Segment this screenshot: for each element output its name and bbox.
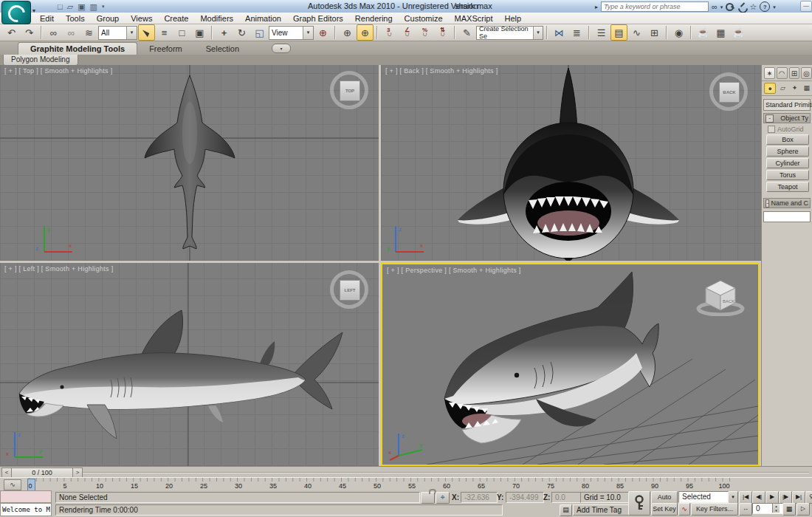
application-menu-button[interactable] (1, 1, 31, 24)
select-object-button[interactable] (138, 24, 155, 41)
menu-animation[interactable]: Animation (239, 13, 287, 24)
absolute-offset-mode-icon[interactable]: ⌖ (436, 492, 450, 504)
object-type-rollout[interactable]: - Object Ty (763, 113, 811, 123)
zoom-region-icon-partial[interactable]: ⚲ (805, 491, 812, 504)
modify-tab-icon[interactable]: ◠ (777, 67, 788, 79)
set-keys-button[interactable] (628, 491, 650, 516)
bind-to-space-warp-icon[interactable]: ≋ (80, 24, 97, 41)
menu-graph-editors[interactable]: Graph Editors (287, 13, 349, 24)
menu-tools[interactable]: Tools (60, 13, 91, 24)
select-and-move-icon[interactable]: + (216, 24, 233, 41)
save-file-icon[interactable]: ▣ (78, 1, 85, 12)
menu-rendering[interactable]: Rendering (349, 13, 399, 24)
edit-named-selection-sets-icon[interactable]: ✎ (458, 24, 475, 41)
use-pivot-point-icon[interactable]: ⊕ (314, 24, 331, 41)
autogrid-checkbox[interactable] (768, 126, 775, 133)
selection-lock-icon[interactable] (421, 492, 435, 504)
menu-modifiers[interactable]: Modifiers (194, 13, 239, 24)
collapse-icon[interactable]: - (765, 114, 774, 123)
maxscript-mini-listener[interactable]: Welcome to M (0, 503, 52, 516)
percent-snap-icon[interactable]: % (422, 27, 427, 39)
name-color-rollout[interactable]: - Name and C (763, 198, 811, 208)
align-icon[interactable]: ≣ (568, 24, 585, 41)
dropdown-caret-icon[interactable]: ▾ (533, 27, 543, 39)
previous-frame-icon[interactable]: ◀| (752, 491, 765, 504)
curve-editor-icon[interactable]: ∿ (628, 24, 645, 41)
cylinder-button[interactable]: Cylinder (766, 158, 809, 168)
graphite-modeling-ribbon-toggle-icon[interactable]: ▤ (610, 24, 627, 41)
undo-icon[interactable]: ↶ (3, 24, 20, 41)
communication-center-icon[interactable] (737, 2, 746, 11)
search-icon[interactable]: ∞ (712, 2, 718, 12)
time-configuration-icon[interactable]: ▦ (782, 503, 796, 516)
hierarchy-tab-icon[interactable]: ⊞ (789, 67, 800, 79)
set-key-button[interactable]: Set Key (651, 503, 678, 516)
open-mini-curve-editor-icon[interactable]: ∿ (4, 479, 21, 490)
dropdown-caret-icon[interactable]: ▾ (126, 27, 137, 39)
selection-filter-dropdown[interactable]: All▾ (98, 26, 137, 40)
key-mode-toggle-icon[interactable]: ↔ (739, 503, 752, 516)
dropdown-caret-icon[interactable]: ▾ (303, 27, 313, 39)
favorites-star-icon[interactable]: ☆ (749, 2, 757, 12)
panel-polygon-modeling[interactable]: Polygon Modeling (3, 55, 78, 66)
viewport-top-label[interactable]: [ + ] [ Top ] [ Smooth + Highlights ] (4, 67, 113, 75)
keyboard-shortcut-override-icon[interactable]: ⊕ (357, 24, 374, 41)
viewcube-face-label[interactable]: TOP (340, 81, 360, 101)
spinner-snap-icon[interactable]: ⇅ (440, 27, 445, 39)
y-coordinate-field[interactable]: -394.499 (506, 492, 544, 503)
key-mode-dropdown[interactable]: Selected (678, 491, 732, 503)
torus-button[interactable]: Torus (766, 170, 809, 180)
object-name-field[interactable] (763, 211, 811, 222)
time-slider-handle[interactable]: 0 / 100 (11, 468, 73, 478)
rectangular-selection-region-icon[interactable]: □ (173, 24, 190, 41)
pan-icon-partial[interactable]: ▷ (796, 503, 810, 516)
play-animation-icon[interactable]: ▶ (765, 491, 779, 504)
search-input[interactable] (601, 1, 709, 12)
tab-selection[interactable]: Selection (194, 43, 251, 55)
new-scene-icon[interactable]: □ (58, 1, 63, 12)
open-file-icon[interactable]: ▱ (67, 1, 73, 12)
viewport-left[interactable]: [ + ] [ Left ] [ Smooth + Highlights ] (0, 263, 379, 466)
select-and-rotate-icon[interactable]: ↻ (233, 24, 250, 41)
add-time-tag-button[interactable]: Add Time Tag (573, 504, 629, 516)
mirror-icon[interactable]: ⋈ (551, 24, 568, 41)
window-crossing-icon[interactable]: ▣ (191, 24, 208, 41)
viewport-back[interactable]: [ + ] [ Back ] [ Smooth + Highlights ] (381, 65, 761, 261)
subscription-key-icon[interactable] (726, 2, 734, 11)
rendered-frame-window-icon[interactable]: ▦ (712, 24, 729, 41)
angle-snap-icon[interactable]: ∠ (405, 27, 410, 39)
box-button[interactable]: Box (766, 134, 809, 145)
qat-dropdown-icon[interactable]: ▾ (102, 1, 105, 12)
material-editor-icon[interactable]: ◉ (670, 24, 687, 41)
time-slider-groove[interactable] (83, 472, 809, 473)
hold-icon[interactable]: ▥ (90, 1, 97, 12)
select-and-scale-icon[interactable]: ◱ (251, 24, 268, 41)
viewcube-face-label[interactable]: LEFT (340, 280, 360, 301)
viewcube[interactable]: BACK (709, 72, 748, 111)
ribbon-minimize-icon[interactable]: ▾ (272, 44, 291, 53)
redo-icon[interactable]: ↷ (21, 24, 38, 41)
help-icon[interactable]: ? (760, 1, 770, 12)
shapes-category-icon[interactable]: ▱ (777, 83, 788, 92)
named-selection-set-dropdown[interactable]: Create Selection Se▾ (476, 26, 543, 40)
current-frame-field[interactable]: 0 (752, 503, 785, 514)
key-filters-button[interactable]: Key Filters... (691, 503, 738, 516)
create-tab-icon[interactable]: ✶ (764, 67, 775, 79)
teapot-button[interactable]: Teapot (766, 182, 809, 192)
schematic-view-icon[interactable]: ⊞ (646, 24, 663, 41)
tab-freeform[interactable]: Freeform (137, 43, 194, 55)
lights-category-icon[interactable]: ✦ (790, 83, 800, 92)
viewport-top[interactable]: [ + ] [ Top ] [ Smooth + Highlights ] TO… (0, 65, 379, 261)
viewport-back-label[interactable]: [ + ] [ Back ] [ Smooth + Highlights ] (385, 67, 498, 75)
search-history-icon[interactable]: ▸ (595, 2, 598, 12)
cameras-category-icon[interactable]: ▦ (802, 83, 812, 92)
select-by-name-icon[interactable]: ≡ (156, 24, 173, 41)
sphere-button[interactable]: Sphere (766, 146, 809, 157)
menu-edit[interactable]: Edit (34, 13, 60, 24)
viewcube[interactable]: TOP (330, 71, 368, 109)
viewport-perspective-label[interactable]: [ + ] [ Perspective ] [ Smooth + Highlig… (387, 267, 521, 274)
render-setup-icon[interactable]: ☕ (695, 24, 712, 41)
tab-graphite-modeling-tools[interactable]: Graphite Modeling Tools (18, 42, 137, 55)
menu-help[interactable]: Help (499, 13, 528, 24)
select-and-manipulate-icon[interactable]: ⊕ (339, 24, 356, 41)
